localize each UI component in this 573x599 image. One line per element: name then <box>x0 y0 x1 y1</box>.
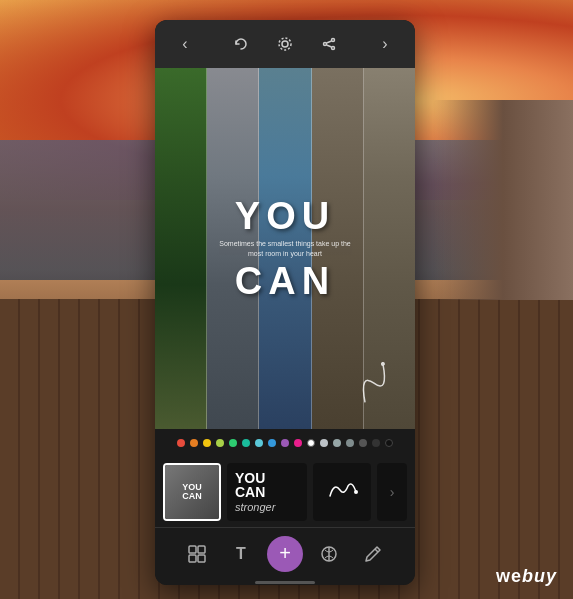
color-dot-3[interactable] <box>203 439 211 447</box>
right-pier <box>433 100 573 300</box>
color-dot-2[interactable] <box>190 439 198 447</box>
text-button[interactable]: T <box>223 536 259 572</box>
top-toolbar: ‹ <box>155 20 415 68</box>
color-dot-7[interactable] <box>255 439 263 447</box>
svg-point-0 <box>282 41 288 47</box>
template-2-label: YOU CAN <box>235 471 299 499</box>
svg-rect-10 <box>198 546 205 553</box>
add-button[interactable]: + <box>267 536 303 572</box>
panel-3 <box>259 68 311 429</box>
more-icon: › <box>390 484 395 500</box>
svg-point-1 <box>279 38 291 50</box>
color-strip <box>155 429 415 457</box>
webuy-we: we <box>496 566 522 586</box>
color-dot-6[interactable] <box>242 439 250 447</box>
color-dot-5[interactable] <box>229 439 237 447</box>
panel-2 <box>207 68 259 429</box>
svg-rect-12 <box>198 555 205 562</box>
svg-point-2 <box>332 39 335 42</box>
svg-rect-9 <box>189 546 196 553</box>
template-2[interactable]: YOU CAN stronger <box>227 463 307 521</box>
undo-button[interactable] <box>227 30 255 58</box>
text-icon: T <box>236 545 246 563</box>
svg-point-4 <box>324 43 327 46</box>
layout-button[interactable] <box>179 536 215 572</box>
svg-line-5 <box>327 41 332 43</box>
color-dot-10[interactable] <box>294 439 302 447</box>
panel-1 <box>155 68 207 429</box>
color-dot-8[interactable] <box>268 439 276 447</box>
bottom-bar: T + <box>155 527 415 579</box>
home-bar <box>255 581 315 584</box>
template-2-script: stronger <box>235 501 299 513</box>
svg-rect-11 <box>189 555 196 562</box>
color-dot-15[interactable] <box>359 439 367 447</box>
pen-button[interactable] <box>355 536 391 572</box>
share-button[interactable] <box>315 30 343 58</box>
color-dot-17[interactable] <box>385 439 393 447</box>
color-dot-14[interactable] <box>346 439 354 447</box>
color-dot-12[interactable] <box>320 439 328 447</box>
template-1[interactable]: YOU CAN <box>163 463 221 521</box>
color-dot-13[interactable] <box>333 439 341 447</box>
home-indicator <box>155 579 415 585</box>
toolbar-center <box>227 30 343 58</box>
color-dot-16[interactable] <box>372 439 380 447</box>
color-dot-9[interactable] <box>281 439 289 447</box>
svg-point-8 <box>354 490 358 494</box>
color-dot-1[interactable] <box>177 439 185 447</box>
color-dot-11[interactable] <box>307 439 315 447</box>
template-strip: YOU CAN YOU CAN stronger › <box>155 457 415 527</box>
editor-card: ‹ <box>155 20 415 585</box>
signature-icon <box>326 478 358 506</box>
svg-point-3 <box>332 47 335 50</box>
svg-line-6 <box>327 45 332 47</box>
add-icon: + <box>279 542 291 565</box>
settings-button[interactable] <box>271 30 299 58</box>
template-3[interactable] <box>313 463 371 521</box>
color-dot-4[interactable] <box>216 439 224 447</box>
webuy-logo: webuy <box>496 566 557 587</box>
svg-point-7 <box>380 361 385 366</box>
canvas-area: YOU Sometimes the smallest things take u… <box>155 68 415 429</box>
template-more[interactable]: › <box>377 463 407 521</box>
back-button[interactable]: ‹ <box>171 30 199 58</box>
svg-line-15 <box>375 549 378 552</box>
filter-button[interactable] <box>311 536 347 572</box>
webuy-buy: buy <box>522 566 557 586</box>
forward-button[interactable]: › <box>371 30 399 58</box>
